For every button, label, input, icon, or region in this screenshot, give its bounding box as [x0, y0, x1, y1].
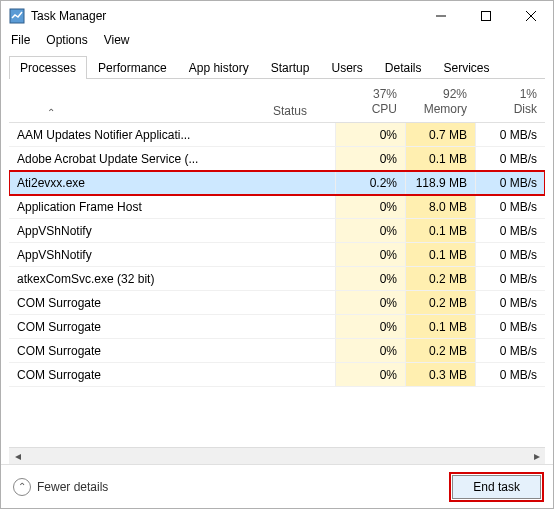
- tab-startup[interactable]: Startup: [260, 56, 321, 79]
- memory-value: 118.9 MB: [405, 171, 475, 194]
- disk-value: 0 MB/s: [475, 195, 545, 218]
- titlebar: Task Manager: [1, 1, 553, 31]
- table-row[interactable]: AppVShNotify0%0.1 MB0 MB/s: [9, 243, 545, 267]
- memory-value: 0.2 MB: [405, 267, 475, 290]
- process-name: atkexComSvc.exe (32 bit): [9, 272, 265, 286]
- maximize-button[interactable]: [463, 1, 508, 31]
- table-row[interactable]: COM Surrogate0%0.2 MB0 MB/s: [9, 339, 545, 363]
- memory-value: 0.1 MB: [405, 219, 475, 242]
- table-row[interactable]: COM Surrogate0%0.2 MB0 MB/s: [9, 291, 545, 315]
- disk-value: 0 MB/s: [475, 363, 545, 386]
- table-header: ⌃ Status 37% CPU 92% Memory 1% Disk: [9, 79, 545, 123]
- memory-value: 0.2 MB: [405, 291, 475, 314]
- cpu-value: 0%: [335, 123, 405, 146]
- tabs: Processes Performance App history Startu…: [9, 55, 545, 79]
- process-name: Application Frame Host: [9, 200, 265, 214]
- process-table: ⌃ Status 37% CPU 92% Memory 1% Disk AAM …: [9, 79, 545, 447]
- cpu-value: 0%: [335, 147, 405, 170]
- memory-value: 0.1 MB: [405, 315, 475, 338]
- menubar: File Options View: [1, 31, 553, 51]
- menu-options[interactable]: Options: [40, 31, 93, 51]
- scroll-left-icon[interactable]: ◂: [9, 448, 26, 465]
- table-row[interactable]: Adobe Acrobat Update Service (...0%0.1 M…: [9, 147, 545, 171]
- minimize-button[interactable]: [418, 1, 463, 31]
- cpu-value: 0%: [335, 339, 405, 362]
- tab-details[interactable]: Details: [374, 56, 433, 79]
- cpu-value: 0%: [335, 219, 405, 242]
- close-button[interactable]: [508, 1, 553, 31]
- process-name: AAM Updates Notifier Applicati...: [9, 128, 265, 142]
- menu-file[interactable]: File: [5, 31, 36, 51]
- disk-value: 0 MB/s: [475, 147, 545, 170]
- menu-view[interactable]: View: [98, 31, 136, 51]
- cpu-value: 0%: [335, 363, 405, 386]
- tab-processes[interactable]: Processes: [9, 56, 87, 79]
- header-memory[interactable]: 92% Memory: [405, 83, 475, 122]
- process-name: COM Surrogate: [9, 368, 265, 382]
- table-row[interactable]: Ati2evxx.exe0.2%118.9 MB0 MB/s: [9, 171, 545, 195]
- header-name[interactable]: ⌃: [9, 95, 265, 122]
- cpu-value: 0.2%: [335, 171, 405, 194]
- scroll-right-icon[interactable]: ▸: [528, 448, 545, 465]
- disk-value: 0 MB/s: [475, 123, 545, 146]
- header-disk[interactable]: 1% Disk: [475, 83, 545, 122]
- cpu-value: 0%: [335, 243, 405, 266]
- cpu-value: 0%: [335, 291, 405, 314]
- process-name: Ati2evxx.exe: [9, 176, 265, 190]
- window-title: Task Manager: [31, 9, 418, 23]
- memory-value: 0.1 MB: [405, 243, 475, 266]
- cpu-value: 0%: [335, 315, 405, 338]
- memory-value: 8.0 MB: [405, 195, 475, 218]
- table-row[interactable]: Application Frame Host0%8.0 MB0 MB/s: [9, 195, 545, 219]
- process-name: COM Surrogate: [9, 344, 265, 358]
- process-name: AppVShNotify: [9, 224, 265, 238]
- disk-value: 0 MB/s: [475, 339, 545, 362]
- cpu-value: 0%: [335, 267, 405, 290]
- footer: ⌃ Fewer details End task: [1, 464, 553, 508]
- table-row[interactable]: COM Surrogate0%0.1 MB0 MB/s: [9, 315, 545, 339]
- disk-value: 0 MB/s: [475, 291, 545, 314]
- process-name: AppVShNotify: [9, 248, 265, 262]
- disk-value: 0 MB/s: [475, 243, 545, 266]
- disk-value: 0 MB/s: [475, 219, 545, 242]
- tab-users[interactable]: Users: [320, 56, 373, 79]
- chevron-up-icon: ⌃: [13, 478, 31, 496]
- header-status[interactable]: Status: [265, 100, 335, 122]
- process-name: COM Surrogate: [9, 320, 265, 334]
- header-cpu[interactable]: 37% CPU: [335, 83, 405, 122]
- sort-caret-icon: ⌃: [47, 107, 55, 118]
- memory-value: 0.1 MB: [405, 147, 475, 170]
- memory-value: 0.7 MB: [405, 123, 475, 146]
- horizontal-scrollbar[interactable]: ◂ ▸: [9, 447, 545, 464]
- disk-value: 0 MB/s: [475, 171, 545, 194]
- table-row[interactable]: atkexComSvc.exe (32 bit)0%0.2 MB0 MB/s: [9, 267, 545, 291]
- process-name: Adobe Acrobat Update Service (...: [9, 152, 265, 166]
- app-icon: [9, 8, 25, 24]
- memory-value: 0.2 MB: [405, 339, 475, 362]
- memory-value: 0.3 MB: [405, 363, 475, 386]
- svg-rect-2: [481, 12, 490, 21]
- fewer-details-label: Fewer details: [37, 480, 108, 494]
- table-row[interactable]: AAM Updates Notifier Applicati...0%0.7 M…: [9, 123, 545, 147]
- end-task-button[interactable]: End task: [452, 475, 541, 499]
- table-body: AAM Updates Notifier Applicati...0%0.7 M…: [9, 123, 545, 447]
- tab-services[interactable]: Services: [433, 56, 501, 79]
- tab-app-history[interactable]: App history: [178, 56, 260, 79]
- cpu-value: 0%: [335, 195, 405, 218]
- tab-performance[interactable]: Performance: [87, 56, 178, 79]
- disk-value: 0 MB/s: [475, 315, 545, 338]
- table-row[interactable]: COM Surrogate0%0.3 MB0 MB/s: [9, 363, 545, 387]
- table-row[interactable]: AppVShNotify0%0.1 MB0 MB/s: [9, 219, 545, 243]
- fewer-details-button[interactable]: ⌃ Fewer details: [13, 478, 108, 496]
- process-name: COM Surrogate: [9, 296, 265, 310]
- disk-value: 0 MB/s: [475, 267, 545, 290]
